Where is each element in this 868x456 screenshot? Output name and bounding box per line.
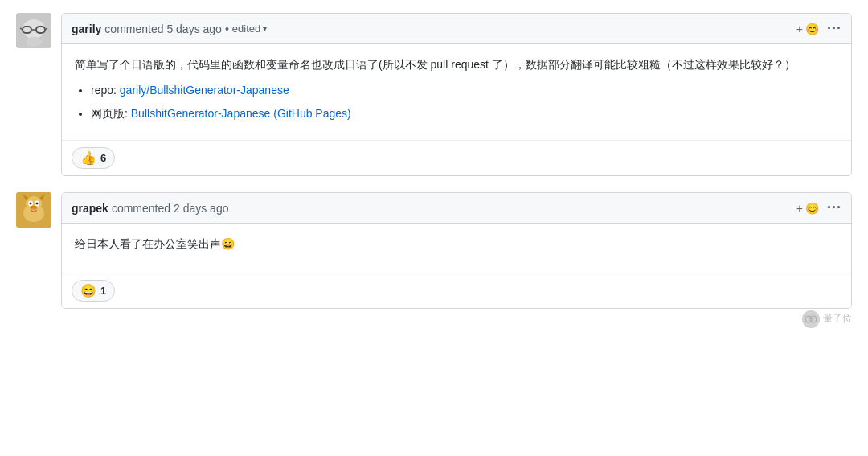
more-options-button[interactable]: ··· <box>827 20 841 37</box>
comments-container: garily commented 5 days ago • edited ▾+😊… <box>0 0 868 338</box>
add-reaction-button[interactable]: +😊 <box>796 202 819 215</box>
svg-point-15 <box>30 203 32 205</box>
svg-point-1 <box>23 19 45 39</box>
list-item: repo: garily/BullshitGenerator-Japanese <box>91 81 838 99</box>
svg-point-16 <box>36 203 39 205</box>
comment-header: grapek commented 2 days ago+😊··· <box>62 193 851 224</box>
comment-header-right: +😊··· <box>796 199 841 216</box>
comment-author[interactable]: garily <box>72 23 101 35</box>
watermark-logo <box>802 310 820 328</box>
list-item: 网页版: BullshitGenerator-Japanese (GitHub … <box>91 105 838 122</box>
watermark: 量子位 <box>802 310 852 328</box>
reaction-emoji: 👍 <box>80 150 96 166</box>
comment-body: 简单写了个日语版的，代码里的函数和变量命名也改成日语了(所以不发 pull re… <box>62 44 851 140</box>
comment-box-2: grapek commented 2 days ago+😊···给日本人看了在办… <box>61 192 852 308</box>
comment-footer: 😄1 <box>62 273 851 308</box>
comment-header: garily commented 5 days ago • edited ▾+😊… <box>62 14 851 44</box>
reaction-count: 6 <box>100 152 106 164</box>
reaction-emoji: 😄 <box>80 283 96 298</box>
repo-link[interactable]: garily/BullshitGenerator-Japanese <box>120 84 289 97</box>
comment-box-1: garily commented 5 days ago • edited ▾+😊… <box>61 13 852 176</box>
list-item-prefix: repo: <box>91 84 120 97</box>
avatar[interactable] <box>16 13 51 48</box>
edited-label: edited <box>232 23 260 35</box>
edited-badge[interactable]: edited ▾ <box>232 23 267 35</box>
comment-footer: 👍6 <box>62 140 851 175</box>
reaction-count: 1 <box>100 285 106 297</box>
comment-body: 给日本人看了在办公室笑出声😄 <box>62 224 851 272</box>
svg-point-18 <box>32 207 35 210</box>
emoji-icon: 😊 <box>805 23 819 35</box>
comment-wrapper-2: grapek commented 2 days ago+😊···给日本人看了在办… <box>16 192 852 308</box>
svg-point-2 <box>26 37 42 47</box>
reaction-badge[interactable]: 👍6 <box>72 147 115 169</box>
emoji-icon: 😊 <box>805 202 819 215</box>
add-reaction-button[interactable]: +😊 <box>796 23 819 35</box>
reaction-badge[interactable]: 😄1 <box>72 280 115 302</box>
comment-header-left: garily commented 5 days ago • edited ▾ <box>72 23 267 35</box>
comment-list: repo: garily/BullshitGenerator-Japanese网… <box>91 81 838 122</box>
list-item-prefix: 网页版: <box>91 107 131 120</box>
comment-header-left: grapek commented 2 days ago <box>72 202 228 215</box>
plus-icon: + <box>796 202 803 215</box>
comment-text: 给日本人看了在办公室笑出声😄 <box>75 235 838 253</box>
watermark-text: 量子位 <box>823 312 852 326</box>
comment-author[interactable]: grapek <box>72 202 108 215</box>
comment-meta: commented 2 days ago <box>112 202 229 215</box>
repo-link[interactable]: BullshitGenerator-Japanese (GitHub Pages… <box>131 107 351 120</box>
more-options-button[interactable]: ··· <box>827 199 841 216</box>
comment-header-right: +😊··· <box>796 20 841 37</box>
comment-wrapper-1: garily commented 5 days ago • edited ▾+😊… <box>16 13 852 176</box>
plus-icon: + <box>796 23 803 35</box>
comment-meta: commented 5 days ago <box>104 23 222 35</box>
svg-point-19 <box>802 310 820 328</box>
chevron-down-icon: ▾ <box>263 24 267 33</box>
separator-bullet: • <box>225 23 229 35</box>
avatar[interactable] <box>16 192 51 228</box>
comment-text: 简单写了个日语版的，代码里的函数和变量命名也改成日语了(所以不发 pull re… <box>75 55 838 73</box>
